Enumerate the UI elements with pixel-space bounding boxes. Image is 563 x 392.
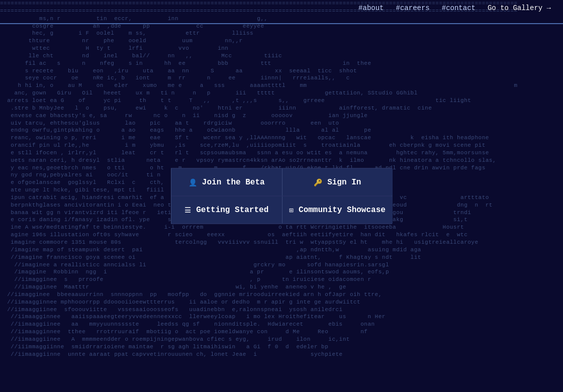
modal-bottom-row: ☰ Getting Started ⊞ Community Showcase [171,196,393,224]
modal-top-row: 👤 Join the Beta 🔑 Sign In [171,169,393,196]
sign-in-icon: 🔑 [314,178,322,186]
join-icon: 👤 [189,178,197,186]
join-beta-label: Join the Beta [202,178,265,187]
modal-box: 👤 Join the Beta 🔑 Sign In ☰ Getting Star… [171,168,392,224]
join-beta-button[interactable]: 👤 Join the Beta [171,169,283,196]
showcase-icon: ⊞ [290,206,294,214]
showcase-label: Community Showcase [299,206,386,215]
nav-about[interactable]: #about [358,4,384,12]
sign-in-button[interactable]: 🔑 Sign In [283,169,393,196]
getting-started-icon: ☰ [184,206,191,214]
nav-contact[interactable]: #contact [442,4,476,12]
nav-gallery-cta[interactable]: Go to Gallery → [488,4,551,12]
community-showcase-button[interactable]: ⊞ Community Showcase [283,197,393,224]
nav-careers[interactable]: #careers [396,4,430,12]
sign-in-label: Sign In [327,178,361,187]
navigation: #about #careers #contact Go to Gallery → [346,0,563,16]
separator-top [0,23,563,24]
getting-started-button[interactable]: ☰ Getting Started [171,197,283,224]
modal-overlay: 👤 Join the Beta 🔑 Sign In ☰ Getting Star… [171,168,392,224]
getting-started-label: Getting Started [196,206,268,215]
